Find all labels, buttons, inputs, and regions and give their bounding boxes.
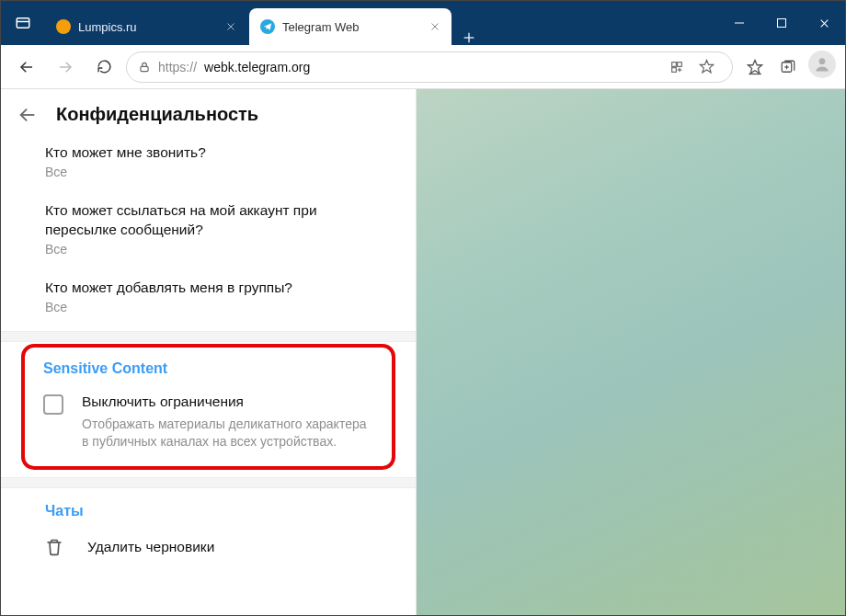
svg-marker-21	[749, 60, 762, 73]
new-tab-button[interactable]	[453, 30, 485, 45]
profile-avatar[interactable]	[808, 51, 836, 78]
close-icon[interactable]	[225, 21, 236, 32]
setting-forward-link[interactable]: Кто может ссылаться на мой аккаунт при п…	[1, 190, 416, 268]
close-icon[interactable]	[429, 21, 440, 32]
panel-header: Конфиденциальность	[1, 89, 416, 132]
trash-icon	[45, 538, 63, 556]
divider	[1, 331, 416, 342]
svg-rect-14	[141, 66, 148, 71]
titlebar: Lumpics.ru Telegram Web	[1, 1, 845, 45]
nav-forward-button[interactable]	[49, 51, 82, 84]
toolbar-right	[738, 51, 836, 84]
setting-add-to-groups[interactable]: Кто может добавлять меня в группы? Все	[1, 268, 416, 325]
tab-telegram-web[interactable]: Telegram Web	[249, 8, 452, 45]
action-label: Удалить черновики	[87, 539, 214, 555]
chat-background	[417, 89, 845, 615]
svg-point-26	[819, 58, 826, 64]
address-bar[interactable]: https://webk.telegram.org	[126, 51, 733, 83]
toolbar: https://webk.telegram.org	[1, 45, 845, 89]
favicon-lumpics	[56, 19, 71, 34]
section-title-chats: Чаты	[1, 488, 416, 529]
favorite-star-icon[interactable]	[699, 59, 721, 74]
tabs-strip: Lumpics.ru Telegram Web	[45, 1, 718, 45]
section-title-sensitive: Sensitive Content	[30, 360, 384, 381]
checkbox-description: Отображать материалы деликатного характе…	[82, 416, 372, 451]
url-scheme: https://	[158, 60, 197, 74]
tab-title: Lumpics.ru	[78, 20, 218, 34]
svg-rect-16	[678, 62, 682, 66]
setting-value: Все	[45, 300, 372, 314]
delete-drafts-row[interactable]: Удалить черновики	[1, 529, 416, 571]
svg-rect-9	[778, 19, 786, 28]
setting-value: Все	[45, 242, 372, 257]
lock-icon	[138, 61, 151, 74]
setting-label: Кто может добавлять меня в группы?	[45, 279, 372, 298]
svg-rect-0	[17, 18, 29, 29]
settings-panel: Конфиденциальность Кто может мне звонить…	[1, 89, 417, 615]
extensions-icon[interactable]	[669, 60, 692, 74]
svg-rect-17	[672, 67, 677, 72]
disable-restrictions-checkbox[interactable]	[43, 394, 63, 415]
panel-back-button[interactable]	[17, 105, 38, 125]
favorites-icon[interactable]	[738, 51, 772, 84]
collections-icon[interactable]	[772, 51, 805, 84]
nav-refresh-button[interactable]	[87, 51, 120, 84]
minimize-button[interactable]	[718, 1, 760, 45]
setting-value: Все	[45, 165, 372, 179]
tab-overview-button[interactable]	[1, 1, 45, 45]
maximize-button[interactable]	[760, 1, 803, 45]
checkbox-label: Выключить ограничения	[82, 394, 372, 410]
checkbox-text: Выключить ограничения Отображать материа…	[82, 394, 372, 451]
nav-back-button[interactable]	[10, 51, 43, 84]
setting-who-can-call[interactable]: Кто может мне звонить? Все	[1, 132, 416, 190]
svg-rect-15	[672, 62, 677, 66]
disable-restrictions-row[interactable]: Выключить ограничения Отображать материа…	[30, 381, 384, 455]
setting-label: Кто может ссылаться на мой аккаунт при п…	[45, 201, 372, 240]
tab-title: Telegram Web	[282, 20, 422, 34]
divider	[1, 477, 416, 488]
window-controls	[718, 1, 845, 45]
close-window-button[interactable]	[803, 1, 845, 45]
favicon-telegram	[260, 19, 275, 34]
setting-label: Кто может мне звонить?	[45, 143, 372, 163]
sensitive-content-highlight: Sensitive Content Выключить ограничения …	[21, 344, 395, 470]
tab-lumpics[interactable]: Lumpics.ru	[45, 8, 247, 45]
url-host: webk.telegram.org	[204, 60, 310, 74]
content-area: Конфиденциальность Кто может мне звонить…	[1, 89, 845, 615]
page-title: Конфиденциальность	[56, 104, 258, 125]
svg-marker-20	[700, 60, 713, 72]
